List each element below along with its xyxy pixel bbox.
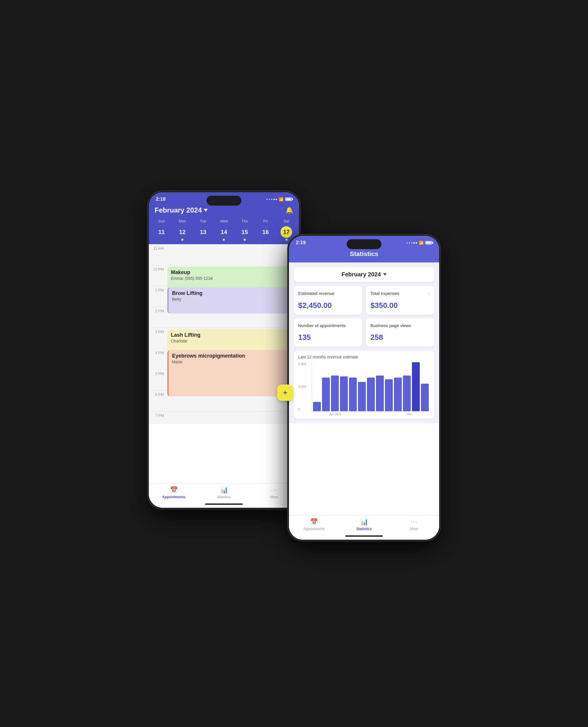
appt-makeup-title: Makeup [171,270,293,276]
stats-card-expenses: › Total expenses $350.00 [366,286,435,315]
day-12[interactable]: 12 [172,225,193,242]
bar-3 [340,377,348,411]
bar-4 [349,378,357,411]
time-content-7pm [166,411,299,424]
dow-tue: Tue [193,219,213,223]
signal-1 [266,199,277,200]
day-13[interactable]: 13 [193,225,213,242]
time-label-1pm: 1 PM [149,286,166,292]
day-num-11: 11 [156,226,167,238]
time-7pm: 7 PM [149,411,299,424]
more-tab-label-2: More [410,527,418,531]
chart-title: Last 12 months revenue estimate [298,355,430,359]
bar-1 [322,378,330,411]
sig-dot [406,242,408,243]
day-num-17: 17 [280,226,292,238]
x-axis-labels: Jun 2023 Dec [312,411,430,416]
stats-card-expenses-label: Total expenses [371,291,430,296]
dow-mon: Mon [172,219,193,223]
x-label-jun: Jun 2023 [329,413,341,416]
home-indicator-2 [345,535,383,537]
appt-makeup-sub: Emma: (555) 555-1234 [171,276,293,281]
chevron-right-icon[interactable]: › [428,291,430,297]
stats-card-pageviews: Business page views 258 [366,318,435,347]
status-icons-1: 📶 [266,197,292,201]
sig-dot [409,242,410,243]
statistics-tab-icon-2: 📊 [360,518,368,526]
bell-icon[interactable]: 🔔 [286,207,293,214]
bar-6 [367,378,375,411]
bar-10 [403,376,411,411]
status-icons-2: 📶 [406,241,432,245]
sig-dot [271,199,272,200]
time-2pm: 2 PM [149,307,299,328]
y-axis-labels: 6,000 3,000 0 [298,362,310,411]
tab-statistics-2[interactable]: 📊 Statistics [339,518,389,531]
tab-more-2[interactable]: ··· More [389,518,439,531]
stats-header: Statistics [289,248,439,262]
appt-eyebrows-title: Eyebrows micropigmentation [172,353,293,359]
appointments-tab-icon: 📅 [170,486,178,494]
time-label-7pm: 7 PM [149,411,166,418]
bar-0 [313,402,321,411]
tab-appointments-2[interactable]: 📅 Appointments [289,518,339,531]
bar-11 [412,362,420,411]
stats-card-views-value: 258 [371,333,430,342]
battery-icon-1 [285,197,292,201]
day-dot-14 [223,239,225,241]
app-header-1: February 2024 🔔 [149,205,299,218]
time-12pm: 12 PM Makeup Emma: (555) 555-1234 [149,265,299,286]
bar-7 [376,376,384,411]
more-tab-icon-2: ··· [411,518,418,526]
stats-card-revenue-value: $2,450.00 [298,301,358,310]
stats-month-label: February 2024 [341,271,381,278]
appointments-tab-label-2: Appointments [303,527,324,531]
time-label-11am: 11 AM [149,244,166,251]
y-label-3000: 3,000 [298,385,310,388]
appointments-tab-icon-2: 📅 [310,518,318,526]
dow-fri: Fri [255,219,276,223]
stats-card-views-label: Business page views [371,323,430,328]
phone2-screen: 2:19 📶 Statistics [289,236,439,540]
time-label-12pm: 12 PM [149,265,166,272]
day-14[interactable]: 14 [213,225,234,242]
stats-body: February 2024 Estimated revenue $2,450.0… [289,262,439,423]
day-num-12: 12 [177,226,188,238]
statistics-tab-label-2: Statistics [356,527,372,531]
time-content-1pm: Brow Lifting Betty [166,286,299,307]
appointments-tab-label: Appointments [162,495,186,499]
time-label-5pm: 5 PM [149,370,166,376]
dow-sat: Sat [276,219,297,223]
stats-cards-grid: Estimated revenue $2,450.00 › Total expe… [294,286,435,346]
day-15[interactable]: 15 [234,225,255,242]
day-11[interactable]: 11 [151,225,172,242]
bar-5 [358,382,366,411]
month-selector[interactable]: February 2024 [294,267,435,282]
day-16[interactable]: 16 [255,225,276,242]
appt-brow-title: Brow Lifting [172,290,293,296]
time-label-4pm: 4 PM [149,349,166,355]
stats-card-appts-value: 135 [298,333,358,342]
notch-1 [207,196,241,206]
appt-eyebrows-sub: Maria [172,360,293,364]
tab-statistics-1[interactable]: 📊 Statistics [199,486,249,499]
time-11am: 11 AM [149,244,299,265]
more-tab-label-1: More [270,495,278,499]
schedule-area: 11 AM 12 PM Makeup Emma: (555) 555-1234 [149,244,299,424]
statistics-tab-label-1: Statistics [217,495,231,499]
signal-2 [406,242,417,243]
scene: 2:18 📶 February 2024 [147,182,441,545]
home-indicator-1 [205,504,243,505]
chart-section: Last 12 months revenue estimate 6,000 3,… [294,350,435,419]
stats-card-expenses-value: $350.00 [371,301,430,310]
stats-card-appointments: Number of appointments 135 [294,318,362,347]
sig-dot [413,242,415,243]
appt-lash-sub: Charlotte [171,339,293,343]
phone-appointments: 2:18 📶 February 2024 [147,191,301,510]
day-num-16: 16 [260,226,271,238]
month-label: February 2024 [154,206,202,214]
wifi-icon-2: 📶 [419,241,423,245]
add-appointment-button[interactable]: + [277,385,293,401]
tab-appointments-1[interactable]: 📅 Appointments [149,486,199,499]
month-title[interactable]: February 2024 [154,206,208,214]
